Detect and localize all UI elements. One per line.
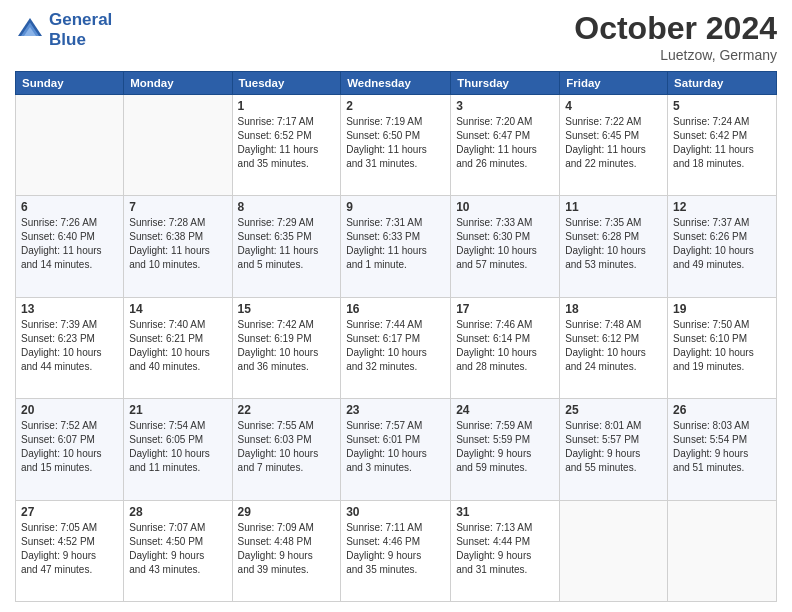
day-number: 27	[21, 505, 118, 519]
day-info: Sunrise: 7:46 AM Sunset: 6:14 PM Dayligh…	[456, 318, 554, 374]
day-info: Sunrise: 7:39 AM Sunset: 6:23 PM Dayligh…	[21, 318, 118, 374]
calendar-cell: 20Sunrise: 7:52 AM Sunset: 6:07 PM Dayli…	[16, 399, 124, 500]
day-info: Sunrise: 7:05 AM Sunset: 4:52 PM Dayligh…	[21, 521, 118, 577]
day-number: 13	[21, 302, 118, 316]
day-number: 19	[673, 302, 771, 316]
calendar-row-5: 27Sunrise: 7:05 AM Sunset: 4:52 PM Dayli…	[16, 500, 777, 601]
day-info: Sunrise: 7:29 AM Sunset: 6:35 PM Dayligh…	[238, 216, 336, 272]
day-number: 20	[21, 403, 118, 417]
logo-icon	[15, 15, 45, 45]
month-title: October 2024	[574, 10, 777, 47]
day-info: Sunrise: 7:44 AM Sunset: 6:17 PM Dayligh…	[346, 318, 445, 374]
day-info: Sunrise: 7:48 AM Sunset: 6:12 PM Dayligh…	[565, 318, 662, 374]
calendar-cell: 24Sunrise: 7:59 AM Sunset: 5:59 PM Dayli…	[451, 399, 560, 500]
day-info: Sunrise: 7:11 AM Sunset: 4:46 PM Dayligh…	[346, 521, 445, 577]
day-info: Sunrise: 7:57 AM Sunset: 6:01 PM Dayligh…	[346, 419, 445, 475]
day-info: Sunrise: 7:20 AM Sunset: 6:47 PM Dayligh…	[456, 115, 554, 171]
logo-text: General Blue	[49, 10, 112, 49]
day-number: 21	[129, 403, 226, 417]
day-info: Sunrise: 7:35 AM Sunset: 6:28 PM Dayligh…	[565, 216, 662, 272]
day-info: Sunrise: 8:03 AM Sunset: 5:54 PM Dayligh…	[673, 419, 771, 475]
calendar-cell: 12Sunrise: 7:37 AM Sunset: 6:26 PM Dayli…	[668, 196, 777, 297]
day-info: Sunrise: 7:40 AM Sunset: 6:21 PM Dayligh…	[129, 318, 226, 374]
calendar-cell: 31Sunrise: 7:13 AM Sunset: 4:44 PM Dayli…	[451, 500, 560, 601]
day-number: 7	[129, 200, 226, 214]
calendar-cell	[560, 500, 668, 601]
header: General Blue October 2024 Luetzow, Germa…	[15, 10, 777, 63]
day-number: 1	[238, 99, 336, 113]
day-number: 5	[673, 99, 771, 113]
weekday-header-wednesday: Wednesday	[341, 72, 451, 95]
day-number: 18	[565, 302, 662, 316]
weekday-header-friday: Friday	[560, 72, 668, 95]
day-info: Sunrise: 7:26 AM Sunset: 6:40 PM Dayligh…	[21, 216, 118, 272]
day-info: Sunrise: 7:33 AM Sunset: 6:30 PM Dayligh…	[456, 216, 554, 272]
day-info: Sunrise: 7:07 AM Sunset: 4:50 PM Dayligh…	[129, 521, 226, 577]
day-number: 4	[565, 99, 662, 113]
calendar-cell: 5Sunrise: 7:24 AM Sunset: 6:42 PM Daylig…	[668, 95, 777, 196]
calendar-cell: 19Sunrise: 7:50 AM Sunset: 6:10 PM Dayli…	[668, 297, 777, 398]
calendar-cell: 17Sunrise: 7:46 AM Sunset: 6:14 PM Dayli…	[451, 297, 560, 398]
calendar-cell: 13Sunrise: 7:39 AM Sunset: 6:23 PM Dayli…	[16, 297, 124, 398]
calendar-cell: 21Sunrise: 7:54 AM Sunset: 6:05 PM Dayli…	[124, 399, 232, 500]
day-number: 6	[21, 200, 118, 214]
calendar-cell: 22Sunrise: 7:55 AM Sunset: 6:03 PM Dayli…	[232, 399, 341, 500]
day-info: Sunrise: 7:52 AM Sunset: 6:07 PM Dayligh…	[21, 419, 118, 475]
day-number: 16	[346, 302, 445, 316]
calendar-cell: 1Sunrise: 7:17 AM Sunset: 6:52 PM Daylig…	[232, 95, 341, 196]
day-info: Sunrise: 7:37 AM Sunset: 6:26 PM Dayligh…	[673, 216, 771, 272]
calendar-row-2: 6Sunrise: 7:26 AM Sunset: 6:40 PM Daylig…	[16, 196, 777, 297]
calendar-cell	[16, 95, 124, 196]
day-number: 25	[565, 403, 662, 417]
day-number: 17	[456, 302, 554, 316]
day-number: 31	[456, 505, 554, 519]
day-number: 22	[238, 403, 336, 417]
day-number: 29	[238, 505, 336, 519]
day-number: 23	[346, 403, 445, 417]
title-block: October 2024 Luetzow, Germany	[574, 10, 777, 63]
calendar-cell: 6Sunrise: 7:26 AM Sunset: 6:40 PM Daylig…	[16, 196, 124, 297]
calendar-cell: 29Sunrise: 7:09 AM Sunset: 4:48 PM Dayli…	[232, 500, 341, 601]
day-info: Sunrise: 7:09 AM Sunset: 4:48 PM Dayligh…	[238, 521, 336, 577]
weekday-header-monday: Monday	[124, 72, 232, 95]
day-number: 8	[238, 200, 336, 214]
calendar-row-1: 1Sunrise: 7:17 AM Sunset: 6:52 PM Daylig…	[16, 95, 777, 196]
weekday-header-sunday: Sunday	[16, 72, 124, 95]
day-info: Sunrise: 7:13 AM Sunset: 4:44 PM Dayligh…	[456, 521, 554, 577]
day-info: Sunrise: 7:59 AM Sunset: 5:59 PM Dayligh…	[456, 419, 554, 475]
weekday-header-row: SundayMondayTuesdayWednesdayThursdayFrid…	[16, 72, 777, 95]
weekday-header-tuesday: Tuesday	[232, 72, 341, 95]
calendar-cell: 4Sunrise: 7:22 AM Sunset: 6:45 PM Daylig…	[560, 95, 668, 196]
calendar-cell: 18Sunrise: 7:48 AM Sunset: 6:12 PM Dayli…	[560, 297, 668, 398]
weekday-header-thursday: Thursday	[451, 72, 560, 95]
day-info: Sunrise: 7:28 AM Sunset: 6:38 PM Dayligh…	[129, 216, 226, 272]
calendar-cell: 11Sunrise: 7:35 AM Sunset: 6:28 PM Dayli…	[560, 196, 668, 297]
calendar-cell: 16Sunrise: 7:44 AM Sunset: 6:17 PM Dayli…	[341, 297, 451, 398]
day-number: 24	[456, 403, 554, 417]
day-number: 11	[565, 200, 662, 214]
day-number: 30	[346, 505, 445, 519]
calendar-cell: 23Sunrise: 7:57 AM Sunset: 6:01 PM Dayli…	[341, 399, 451, 500]
day-number: 9	[346, 200, 445, 214]
calendar-cell: 10Sunrise: 7:33 AM Sunset: 6:30 PM Dayli…	[451, 196, 560, 297]
calendar-cell: 25Sunrise: 8:01 AM Sunset: 5:57 PM Dayli…	[560, 399, 668, 500]
page: General Blue October 2024 Luetzow, Germa…	[0, 0, 792, 612]
day-number: 10	[456, 200, 554, 214]
logo: General Blue	[15, 10, 112, 49]
calendar-row-4: 20Sunrise: 7:52 AM Sunset: 6:07 PM Dayli…	[16, 399, 777, 500]
calendar-row-3: 13Sunrise: 7:39 AM Sunset: 6:23 PM Dayli…	[16, 297, 777, 398]
calendar-cell: 9Sunrise: 7:31 AM Sunset: 6:33 PM Daylig…	[341, 196, 451, 297]
calendar-cell	[668, 500, 777, 601]
day-info: Sunrise: 8:01 AM Sunset: 5:57 PM Dayligh…	[565, 419, 662, 475]
location: Luetzow, Germany	[574, 47, 777, 63]
calendar-cell	[124, 95, 232, 196]
calendar-cell: 27Sunrise: 7:05 AM Sunset: 4:52 PM Dayli…	[16, 500, 124, 601]
day-number: 14	[129, 302, 226, 316]
day-number: 2	[346, 99, 445, 113]
day-number: 15	[238, 302, 336, 316]
day-info: Sunrise: 7:54 AM Sunset: 6:05 PM Dayligh…	[129, 419, 226, 475]
calendar-cell: 28Sunrise: 7:07 AM Sunset: 4:50 PM Dayli…	[124, 500, 232, 601]
day-info: Sunrise: 7:17 AM Sunset: 6:52 PM Dayligh…	[238, 115, 336, 171]
day-number: 26	[673, 403, 771, 417]
day-info: Sunrise: 7:22 AM Sunset: 6:45 PM Dayligh…	[565, 115, 662, 171]
